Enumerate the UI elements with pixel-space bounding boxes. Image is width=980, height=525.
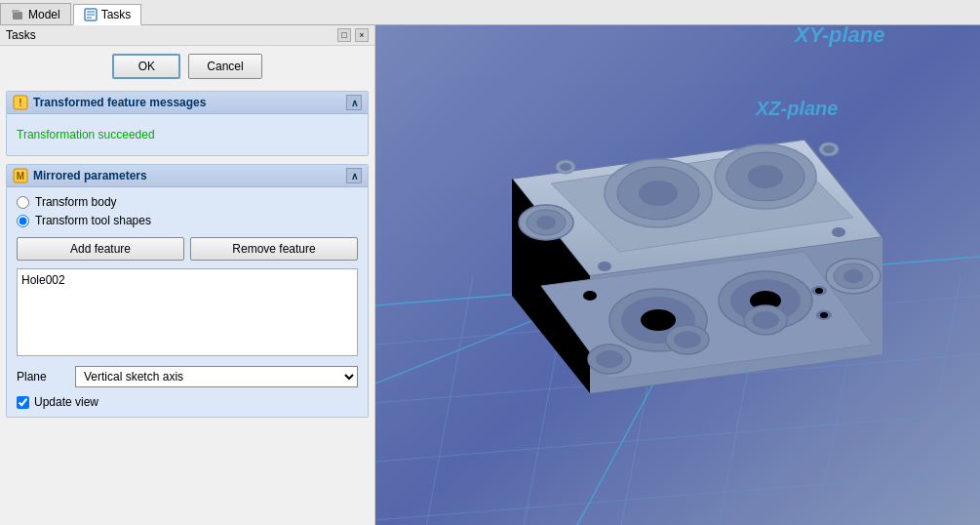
- mirrored-section: M Mirrored parameters ∧ Transform body: [6, 164, 369, 418]
- svg-point-37: [639, 181, 678, 206]
- svg-point-48: [641, 309, 676, 331]
- mirrored-icon: M: [13, 168, 28, 183]
- mirrored-section-title: Mirrored parameters: [33, 169, 147, 182]
- radio-group: Transform body Transform tool shapes: [17, 195, 358, 227]
- mirrored-section-header: M Mirrored parameters ∧: [7, 165, 368, 187]
- svg-point-31: [536, 216, 556, 229]
- svg-point-44: [823, 145, 835, 153]
- radio-transform-tool-input[interactable]: [17, 215, 29, 227]
- update-view-row: Update view: [17, 395, 358, 409]
- update-view-label: Update view: [34, 395, 98, 409]
- svg-point-62: [598, 262, 611, 271]
- radio-transform-body-input[interactable]: [17, 196, 29, 209]
- mirrored-collapse-btn[interactable]: ∧: [346, 168, 362, 183]
- mirrored-section-content: Transform body Transform tool shapes Add…: [7, 187, 368, 417]
- svg-point-61: [596, 350, 623, 368]
- radio-transform-body-label: Transform body: [35, 195, 117, 209]
- svg-rect-0: [13, 12, 22, 20]
- radio-transform-tool-label: Transform tool shapes: [35, 214, 151, 227]
- tab-bar: Model Tasks: [0, 0, 980, 25]
- mirrored-header-left: M Mirrored parameters: [13, 168, 147, 183]
- minimize-button[interactable]: □: [337, 28, 351, 42]
- svg-point-64: [583, 291, 597, 301]
- tab-model[interactable]: Model: [0, 3, 71, 24]
- transformed-section-title: Transformed feature messages: [33, 96, 206, 109]
- dialog-buttons: OK Cancel: [0, 46, 374, 87]
- transformed-section: ! Transformed feature messages ∧ Transfo…: [6, 91, 369, 156]
- svg-point-40: [748, 165, 783, 188]
- viewport-svg: XY-plane XZ-plane: [375, 25, 980, 525]
- radio-transform-body[interactable]: Transform body: [17, 195, 358, 209]
- viewport: XY-plane XZ-plane: [375, 25, 980, 525]
- svg-rect-1: [12, 10, 20, 13]
- transformed-icon: !: [13, 95, 28, 110]
- main-content: Tasks □ × OK Cancel ! T: [0, 25, 980, 525]
- radio-transform-tool[interactable]: Transform tool shapes: [17, 214, 358, 227]
- tab-tasks-label: Tasks: [101, 8, 132, 21]
- xy-plane-label: XY-plane: [793, 25, 885, 47]
- tab-tasks[interactable]: Tasks: [73, 4, 142, 25]
- add-feature-button[interactable]: Add feature: [17, 237, 184, 261]
- transformed-section-content: Transformation succeeded: [7, 114, 368, 155]
- svg-point-59: [752, 311, 779, 329]
- tasks-title-bar: Tasks □ ×: [0, 25, 374, 46]
- close-button[interactable]: ×: [355, 28, 369, 42]
- tab-model-label: Model: [28, 8, 60, 21]
- plane-select[interactable]: Vertical sketch axis Horizontal sketch a…: [75, 366, 358, 387]
- xz-plane-label: XZ-plane: [755, 98, 838, 119]
- remove-feature-button[interactable]: Remove feature: [190, 237, 358, 261]
- feature-list[interactable]: Hole002: [17, 268, 358, 356]
- left-panel: Tasks □ × OK Cancel ! T: [0, 25, 375, 525]
- model-icon: [11, 8, 24, 21]
- transformed-section-header: ! Transformed feature messages ∧: [7, 92, 368, 114]
- svg-point-34: [843, 269, 863, 283]
- svg-point-53: [815, 288, 823, 294]
- tasks-title-controls: □ ×: [337, 28, 369, 42]
- svg-text:!: !: [19, 98, 21, 108]
- tasks-icon: [84, 8, 98, 21]
- svg-point-63: [832, 227, 845, 237]
- svg-text:M: M: [17, 171, 24, 182]
- svg-point-55: [820, 312, 828, 318]
- plane-row: Plane Vertical sketch axis Horizontal sk…: [17, 366, 358, 387]
- ok-button[interactable]: OK: [112, 54, 180, 79]
- feature-list-item[interactable]: Hole002: [21, 273, 353, 287]
- feature-buttons: Add feature Remove feature: [17, 237, 358, 261]
- cancel-button[interactable]: Cancel: [188, 54, 261, 79]
- svg-point-42: [560, 163, 571, 171]
- update-view-checkbox[interactable]: [17, 396, 29, 409]
- svg-point-57: [674, 331, 701, 348]
- success-message: Transformation succeeded: [17, 122, 358, 147]
- tasks-title: Tasks: [6, 28, 36, 42]
- transformed-collapse-btn[interactable]: ∧: [346, 95, 362, 110]
- transformed-header-left: ! Transformed feature messages: [13, 95, 206, 110]
- plane-label: Plane: [17, 370, 75, 384]
